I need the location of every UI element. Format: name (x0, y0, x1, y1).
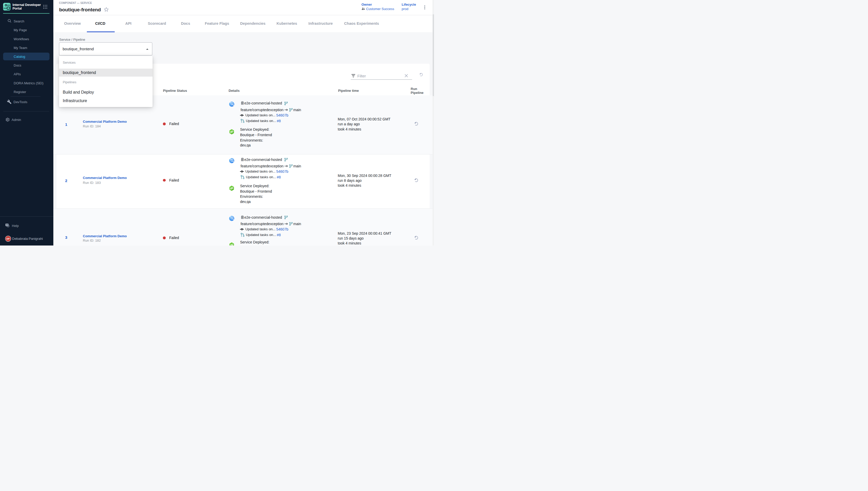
svg-text:?: ? (6, 224, 8, 226)
